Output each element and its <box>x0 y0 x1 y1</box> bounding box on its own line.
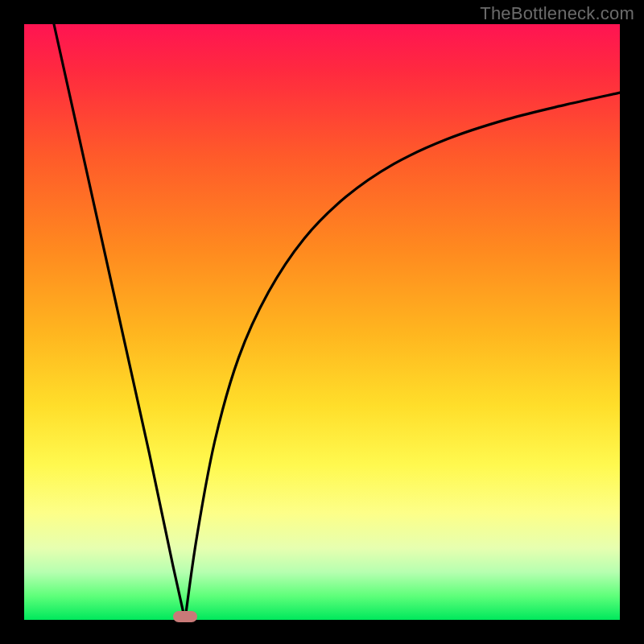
optimum-marker <box>173 611 197 622</box>
bottleneck-curve <box>24 24 620 620</box>
outer-frame: TheBottleneck.com <box>0 0 644 644</box>
curve-path <box>54 24 620 620</box>
plot-area <box>24 24 620 620</box>
attribution-text: TheBottleneck.com <box>480 3 634 24</box>
